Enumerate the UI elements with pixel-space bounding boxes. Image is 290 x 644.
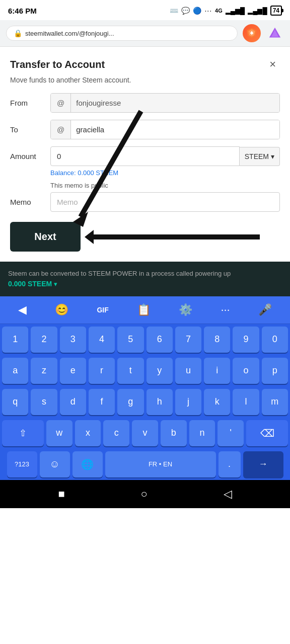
key-m[interactable]: m — [262, 389, 288, 415]
url-text: steemitwallet.com/@fonjougi... — [25, 30, 114, 37]
key-1[interactable]: 1 — [2, 327, 28, 353]
keyboard-row-3: q s d f g h j k l m — [0, 386, 290, 418]
period-key[interactable]: . — [219, 451, 241, 477]
amount-label: Amount — [10, 152, 45, 160]
main-content: Transfer to Account × Move funds to anot… — [0, 47, 290, 262]
battery-indicator: 74 — [270, 6, 282, 16]
modal-subtitle: Move funds to another Steem account. — [10, 76, 280, 84]
lock-icon: 🔒 — [14, 29, 22, 37]
key-h[interactable]: h — [147, 389, 173, 415]
from-input[interactable] — [71, 94, 279, 112]
info-section: Steem can be converted to STEEM POWER in… — [0, 262, 290, 296]
key-n[interactable]: n — [189, 420, 215, 446]
currency-chevron-icon: ▾ — [271, 152, 274, 160]
key-9[interactable]: 9 — [233, 327, 259, 353]
space-key[interactable]: FR • EN — [105, 451, 216, 477]
delete-key[interactable]: ⌫ — [246, 420, 288, 446]
keyboard-gif-button[interactable]: GIF — [93, 304, 112, 316]
whatsapp-icon: 💬 — [181, 7, 190, 15]
key-k[interactable]: k — [204, 389, 230, 415]
key-c[interactable]: c — [103, 420, 129, 446]
keyboard-clipboard-button[interactable]: 📋 — [133, 301, 155, 318]
from-label: From — [10, 99, 45, 107]
from-input-container: @ — [50, 93, 280, 113]
key-w[interactable]: w — [46, 420, 72, 446]
enter-key[interactable]: → — [243, 451, 283, 477]
url-bar[interactable]: 🔒 steemitwallet.com/@fonjougi... — [6, 26, 238, 41]
steem-amount: 0.000 STEEM — [8, 280, 52, 288]
keyboard-more-button[interactable]: ··· — [216, 301, 234, 318]
key-b[interactable]: b — [161, 420, 187, 446]
notification-icon: 🔵 — [193, 7, 201, 15]
key-6[interactable]: 6 — [147, 327, 173, 353]
key-f[interactable]: f — [89, 389, 115, 415]
wifi-signal-icon: ▂▄▆█ — [248, 7, 267, 15]
emoji-key[interactable]: ☺ — [40, 451, 70, 477]
next-button[interactable]: Next — [10, 222, 81, 252]
key-g[interactable]: g — [117, 389, 143, 415]
key-i[interactable]: i — [204, 358, 230, 384]
key-4[interactable]: 4 — [89, 327, 115, 353]
key-apostrophe[interactable]: ' — [218, 420, 244, 446]
from-row: From @ — [10, 93, 280, 113]
network-type: 4G — [215, 8, 223, 14]
brave-browser-icon[interactable] — [243, 24, 261, 42]
key-q[interactable]: q — [2, 389, 28, 415]
key-8[interactable]: 8 — [204, 327, 230, 353]
key-0[interactable]: 0 — [262, 327, 288, 353]
keyboard-number-row: 1 2 3 4 5 6 7 8 9 0 — [0, 324, 290, 355]
keyboard-icon: ⌨️ — [170, 7, 178, 15]
key-3[interactable]: 3 — [60, 327, 86, 353]
back-button[interactable]: ◁ — [224, 488, 232, 501]
key-z[interactable]: z — [31, 358, 57, 384]
key-v[interactable]: v — [132, 420, 158, 446]
key-o[interactable]: o — [233, 358, 259, 384]
key-l[interactable]: l — [233, 389, 259, 415]
amount-input[interactable] — [50, 146, 240, 166]
number-mode-key[interactable]: ?123 — [7, 451, 37, 477]
more-icon: ··· — [204, 7, 212, 15]
to-input-container: @ — [50, 120, 280, 139]
to-at-prefix: @ — [51, 120, 71, 139]
bat-token-icon[interactable] — [266, 24, 284, 42]
key-x[interactable]: x — [75, 420, 101, 446]
key-u[interactable]: u — [175, 358, 201, 384]
key-s[interactable]: s — [31, 389, 57, 415]
android-nav-bar: ■ ○ ◁ — [0, 480, 290, 508]
keyboard-toolbar: ◀ 😊 GIF 📋 ⚙️ ··· 🎤 — [0, 296, 290, 324]
keyboard-settings-button[interactable]: ⚙️ — [175, 301, 196, 318]
key-7[interactable]: 7 — [175, 327, 201, 353]
status-bar: 6:46 PM ⌨️ 💬 🔵 ··· 4G ▂▄▆█ ▂▄▆█ 74 — [0, 0, 290, 20]
shift-key[interactable]: ⇧ — [2, 420, 44, 446]
key-p[interactable]: p — [262, 358, 288, 384]
recent-apps-button[interactable]: ■ — [58, 488, 64, 501]
globe-key[interactable]: 🌐 — [72, 451, 103, 477]
modal-title: Transfer to Account — [10, 59, 105, 70]
home-button[interactable]: ○ — [140, 488, 147, 501]
to-input[interactable] — [71, 120, 279, 139]
keyboard-row-2: a z e r t y u i o p — [0, 355, 290, 386]
keyboard-row-4: ⇧ w x c v b n ' ⌫ — [0, 418, 290, 449]
keyboard: ◀ 😊 GIF 📋 ⚙️ ··· 🎤 1 2 3 4 5 6 7 8 9 0 a… — [0, 296, 290, 480]
arrow-overlay — [85, 230, 260, 244]
keyboard-mic-button[interactable]: 🎤 — [254, 301, 276, 318]
keyboard-back-button[interactable]: ◀ — [14, 301, 31, 318]
to-row: To @ — [10, 120, 280, 139]
info-text: Steem can be converted to STEEM POWER in… — [8, 270, 231, 277]
keyboard-row-5: ?123 ☺ 🌐 FR • EN . → — [0, 449, 290, 480]
close-button[interactable]: × — [265, 57, 280, 72]
key-j[interactable]: j — [175, 389, 201, 415]
key-5[interactable]: 5 — [117, 327, 143, 353]
currency-select[interactable]: STEEM ▾ — [240, 147, 280, 166]
steem-dropdown-icon[interactable]: ▾ — [54, 280, 57, 288]
key-t[interactable]: t — [117, 358, 143, 384]
key-d[interactable]: d — [60, 389, 86, 415]
key-r[interactable]: r — [89, 358, 115, 384]
key-a[interactable]: a — [2, 358, 28, 384]
key-y[interactable]: y — [147, 358, 173, 384]
key-e[interactable]: e — [60, 358, 86, 384]
keyboard-emoji-button[interactable]: 😊 — [51, 301, 72, 318]
key-2[interactable]: 2 — [31, 327, 57, 353]
memo-input[interactable] — [50, 192, 280, 212]
memo-label: Memo — [10, 198, 45, 206]
